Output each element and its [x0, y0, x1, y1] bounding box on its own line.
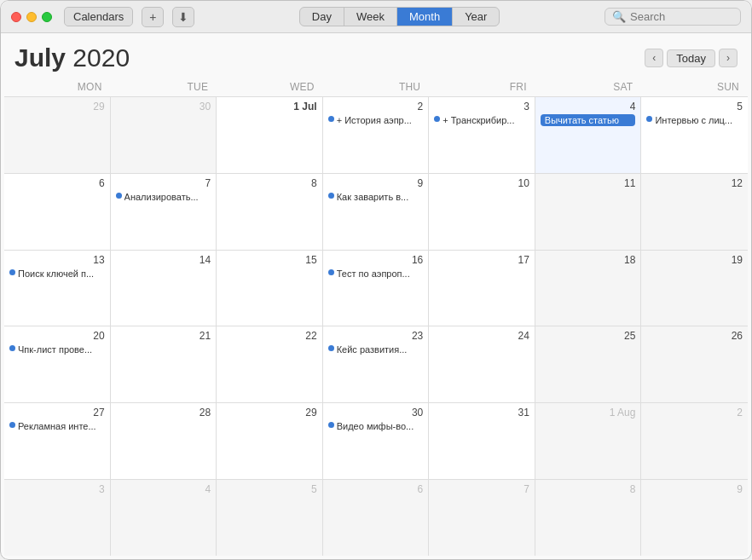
- calendar-day[interactable]: 12: [641, 174, 748, 250]
- event-title: Интервью с лиц...: [655, 114, 732, 126]
- day-number: 6: [328, 483, 424, 495]
- today-button[interactable]: Today: [667, 49, 715, 67]
- calendar-event-highlight[interactable]: Вычитать статью: [541, 114, 636, 126]
- calendar-day[interactable]: 13 Поиск ключей п...: [4, 251, 111, 326]
- month-view-button[interactable]: Month: [397, 8, 453, 26]
- calendar-event[interactable]: Рекламная инте...: [9, 420, 105, 432]
- export-button[interactable]: ⬇: [172, 7, 194, 27]
- calendar-day[interactable]: 28: [111, 403, 217, 479]
- event-dot: [328, 422, 334, 428]
- calendar-day[interactable]: 16 Тест по аэпроп...: [323, 251, 430, 326]
- calendar-day[interactable]: 5 Интервью с лиц...: [641, 97, 748, 173]
- calendar-day[interactable]: 17: [429, 251, 535, 326]
- event-title: Чпк-лист прове...: [18, 344, 92, 355]
- calendar-day[interactable]: 20 Чпк-лист прове...: [4, 326, 111, 402]
- week-view-button[interactable]: Week: [344, 8, 397, 26]
- calendar-event[interactable]: Поиск ключей п...: [9, 268, 105, 280]
- calendar-navigation: ‹ Today ›: [645, 49, 738, 67]
- day-view-button[interactable]: Day: [300, 8, 344, 26]
- calendar-day[interactable]: 6: [4, 174, 111, 250]
- year-label: 2020: [66, 43, 130, 72]
- day-number: 5: [222, 483, 317, 495]
- calendar-day[interactable]: 7: [429, 480, 535, 556]
- minimize-button[interactable]: [26, 12, 37, 22]
- day-number: 27: [9, 407, 105, 419]
- day-number: 14: [116, 254, 211, 266]
- calendar-day[interactable]: 10: [429, 174, 535, 250]
- calendar-day[interactable]: 18: [535, 251, 642, 326]
- prev-month-button[interactable]: ‹: [645, 49, 663, 67]
- calendar-day[interactable]: 6: [323, 480, 430, 556]
- calendar-day[interactable]: 3 + Транскрибир...: [429, 97, 535, 173]
- calendars-button[interactable]: Calendars: [64, 7, 133, 26]
- weeks-container: 29 30 1 Jul 2 + История аэпр... 3: [4, 97, 748, 556]
- calendar-day[interactable]: 19: [641, 251, 748, 326]
- calendar-day[interactable]: 2: [641, 403, 748, 479]
- search-bar[interactable]: 🔍: [604, 8, 741, 26]
- calendar-event[interactable]: Как заварить в...: [328, 191, 424, 203]
- day-number: 4: [541, 101, 636, 113]
- calendar-day[interactable]: 30 Видео мифы-во...: [323, 403, 430, 479]
- calendar-title: July 2020: [14, 43, 130, 72]
- event-dot: [328, 269, 334, 275]
- calendar-day[interactable]: 22: [217, 326, 323, 402]
- calendar-day[interactable]: 25: [535, 326, 642, 402]
- calendar-day[interactable]: 14: [111, 251, 217, 326]
- day-number: 6: [9, 177, 105, 189]
- calendar-day[interactable]: 27 Рекламная инте...: [4, 403, 111, 479]
- dow-mon: Mon: [4, 78, 111, 96]
- day-number: 31: [434, 407, 529, 419]
- maximize-button[interactable]: [42, 12, 52, 22]
- dow-tue: Tue: [111, 78, 217, 96]
- event-dot: [9, 345, 15, 351]
- calendar-day[interactable]: 11: [535, 174, 642, 250]
- calendar-day[interactable]: 26: [641, 326, 748, 402]
- day-number: 11: [541, 177, 636, 189]
- calendar-event[interactable]: + История аэпр...: [328, 114, 424, 126]
- event-dot: [328, 116, 334, 122]
- search-input[interactable]: [630, 10, 732, 23]
- calendar-day[interactable]: 3: [4, 480, 111, 556]
- calendar-day[interactable]: 21: [111, 326, 217, 402]
- plus-icon: +: [149, 10, 156, 24]
- day-number: 8: [222, 177, 317, 189]
- view-selector: Day Week Month Year: [299, 7, 500, 26]
- event-title: Как заварить в...: [337, 191, 409, 203]
- calendar-day[interactable]: 9 Как заварить в...: [323, 174, 430, 250]
- calendar-day[interactable]: 29: [4, 97, 111, 173]
- calendar-day[interactable]: 1 Aug: [535, 403, 642, 479]
- close-button[interactable]: [11, 12, 21, 22]
- next-month-button[interactable]: ›: [719, 49, 738, 67]
- day-number: 20: [9, 330, 105, 342]
- calendar-day-today[interactable]: 4 Вычитать статью: [535, 97, 642, 173]
- day-number: 28: [116, 407, 211, 419]
- calendar-event[interactable]: Кейс развития...: [328, 344, 424, 355]
- calendar-event[interactable]: + Транскрибир...: [434, 114, 529, 126]
- calendar-day[interactable]: 23 Кейс развития...: [323, 326, 430, 402]
- calendar-day[interactable]: 8: [535, 480, 642, 556]
- calendar-day[interactable]: 5: [217, 480, 323, 556]
- calendar-day[interactable]: 8: [217, 174, 323, 250]
- calendar-day[interactable]: 7 Анализировать...: [111, 174, 217, 250]
- calendar-event[interactable]: Интервью с лиц...: [646, 114, 743, 126]
- calendar-day[interactable]: 24: [429, 326, 535, 402]
- year-view-button[interactable]: Year: [453, 8, 499, 26]
- calendar-day[interactable]: 31: [429, 403, 535, 479]
- calendar-day[interactable]: 9: [641, 480, 748, 556]
- dow-thu: Thu: [323, 78, 430, 96]
- calendar-day[interactable]: 2 + История аэпр...: [323, 97, 430, 173]
- event-title: Видео мифы-во...: [337, 420, 414, 432]
- calendar-event[interactable]: Видео мифы-во...: [328, 420, 424, 432]
- calendar-day[interactable]: 4: [111, 480, 217, 556]
- calendar-event[interactable]: Тест по аэпроп...: [328, 268, 424, 280]
- calendar-event[interactable]: Анализировать...: [116, 191, 211, 203]
- day-number: 30: [328, 407, 424, 419]
- add-calendar-button[interactable]: +: [142, 7, 164, 27]
- day-number: 22: [222, 330, 317, 342]
- calendar-event[interactable]: Чпк-лист прове...: [9, 344, 105, 355]
- search-icon: 🔍: [612, 10, 626, 23]
- calendar-day[interactable]: 29: [217, 403, 323, 479]
- calendar-day[interactable]: 1 Jul: [217, 97, 323, 173]
- calendar-day[interactable]: 15: [217, 251, 323, 326]
- calendar-day[interactable]: 30: [111, 97, 217, 173]
